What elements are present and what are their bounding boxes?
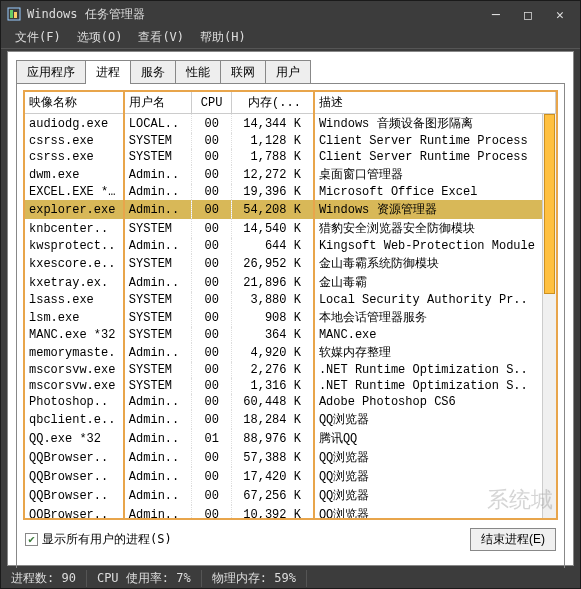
cell-cpu: 00 bbox=[192, 308, 232, 327]
cell-name: mscorsvw.exe bbox=[25, 362, 124, 378]
cell-user: Admin.. bbox=[124, 394, 192, 410]
tab-processes[interactable]: 进程 bbox=[85, 60, 131, 84]
cell-name: Photoshop.. bbox=[25, 394, 124, 410]
cell-cpu: 00 bbox=[192, 467, 232, 486]
table-row[interactable]: knbcenter..SYSTEM0014,540 K猎豹安全浏览器安全防御模块 bbox=[25, 219, 556, 238]
task-manager-window: Windows 任务管理器 ─ □ ✕ 文件(F) 选项(O) 查看(V) 帮助… bbox=[0, 0, 581, 589]
col-header-cpu[interactable]: CPU bbox=[192, 92, 232, 114]
table-row[interactable]: qbclient.e..Admin..0018,284 KQQ浏览器 bbox=[25, 410, 556, 429]
cell-desc: Windows 资源管理器 bbox=[314, 200, 556, 219]
menu-file[interactable]: 文件(F) bbox=[7, 27, 69, 48]
cell-desc: Client Server Runtime Process bbox=[314, 149, 556, 165]
table-row[interactable]: csrss.exeSYSTEM001,788 KClient Server Ru… bbox=[25, 149, 556, 165]
cell-user: Admin.. bbox=[124, 200, 192, 219]
col-header-image[interactable]: 映像名称 bbox=[25, 92, 124, 114]
cell-desc: QQ浏览器 bbox=[314, 448, 556, 467]
close-button[interactable]: ✕ bbox=[550, 5, 570, 23]
cell-desc: .NET Runtime Optimization S.. bbox=[314, 362, 556, 378]
menu-view[interactable]: 查看(V) bbox=[130, 27, 192, 48]
table-row[interactable]: audiodg.exeLOCAL..0014,344 KWindows 音频设备… bbox=[25, 114, 556, 134]
cell-user: Admin.. bbox=[124, 343, 192, 362]
cell-mem: 21,896 K bbox=[231, 273, 313, 292]
cell-desc: Windows 音频设备图形隔离 bbox=[314, 114, 556, 134]
tab-networking[interactable]: 联网 bbox=[220, 60, 266, 84]
cell-desc: QQ浏览器 bbox=[314, 486, 556, 505]
cell-mem: 17,420 K bbox=[231, 467, 313, 486]
table-row[interactable]: dwm.exeAdmin..0012,272 K桌面窗口管理器 bbox=[25, 165, 556, 184]
process-table: 映像名称 用户名 CPU 内存(... 描述 audiodg.exeLOCAL.… bbox=[25, 92, 556, 520]
cell-user: Admin.. bbox=[124, 238, 192, 254]
cell-user: Admin.. bbox=[124, 184, 192, 200]
table-row[interactable]: lsm.exeSYSTEM00908 K本地会话管理器服务 bbox=[25, 308, 556, 327]
table-row[interactable]: kxescore.e..SYSTEM0026,952 K金山毒霸系统防御模块 bbox=[25, 254, 556, 273]
table-row[interactable]: kxetray.ex.Admin..0021,896 K金山毒霸 bbox=[25, 273, 556, 292]
table-row[interactable]: QQBrowser..Admin..0017,420 KQQ浏览器 bbox=[25, 467, 556, 486]
checkbox-label: 显示所有用户的进程(S) bbox=[42, 531, 172, 548]
maximize-button[interactable]: □ bbox=[518, 5, 538, 23]
process-table-container: 映像名称 用户名 CPU 内存(... 描述 audiodg.exeLOCAL.… bbox=[23, 90, 558, 520]
cell-mem: 908 K bbox=[231, 308, 313, 327]
table-row[interactable]: memorymaste.Admin..004,920 K软媒内存整理 bbox=[25, 343, 556, 362]
cell-desc: 桌面窗口管理器 bbox=[314, 165, 556, 184]
titlebar[interactable]: Windows 任务管理器 ─ □ ✕ bbox=[1, 1, 580, 27]
table-row[interactable]: Photoshop..Admin..0060,448 KAdobe Photos… bbox=[25, 394, 556, 410]
cell-cpu: 00 bbox=[192, 238, 232, 254]
table-row[interactable]: mscorsvw.exeSYSTEM002,276 K.NET Runtime … bbox=[25, 362, 556, 378]
app-icon bbox=[7, 7, 21, 21]
table-row[interactable]: EXCEL.EXE *32Admin..0019,396 KMicrosoft … bbox=[25, 184, 556, 200]
menu-help[interactable]: 帮助(H) bbox=[192, 27, 254, 48]
cell-cpu: 00 bbox=[192, 410, 232, 429]
col-header-memory[interactable]: 内存(... bbox=[231, 92, 313, 114]
show-all-users-checkbox[interactable]: ✔ 显示所有用户的进程(S) bbox=[25, 531, 172, 548]
col-header-user[interactable]: 用户名 bbox=[124, 92, 192, 114]
cell-name: kxescore.e.. bbox=[25, 254, 124, 273]
table-row[interactable]: QQ.exe *32Admin..0188,976 K腾讯QQ bbox=[25, 429, 556, 448]
minimize-button[interactable]: ─ bbox=[486, 5, 506, 23]
scrollbar-thumb[interactable] bbox=[544, 114, 555, 294]
cell-desc: Microsoft Office Excel bbox=[314, 184, 556, 200]
tab-applications[interactable]: 应用程序 bbox=[16, 60, 86, 84]
cell-mem: 644 K bbox=[231, 238, 313, 254]
table-row[interactable]: csrss.exeSYSTEM001,128 KClient Server Ru… bbox=[25, 133, 556, 149]
cell-cpu: 00 bbox=[192, 486, 232, 505]
table-row[interactable]: MANC.exe *32SYSTEM00364 KMANC.exe bbox=[25, 327, 556, 343]
cell-name: QQBrowser.. bbox=[25, 505, 124, 520]
cell-user: LOCAL.. bbox=[124, 114, 192, 134]
cell-user: Admin.. bbox=[124, 410, 192, 429]
cell-desc: QQ浏览器 bbox=[314, 505, 556, 520]
cell-cpu: 00 bbox=[192, 505, 232, 520]
cell-name: kwsprotect.. bbox=[25, 238, 124, 254]
end-process-button[interactable]: 结束进程(E) bbox=[470, 528, 556, 551]
cell-mem: 54,208 K bbox=[231, 200, 313, 219]
cell-desc: Local Security Authority Pr.. bbox=[314, 292, 556, 308]
tab-performance[interactable]: 性能 bbox=[175, 60, 221, 84]
panel-bottom-row: ✔ 显示所有用户的进程(S) 结束进程(E) bbox=[23, 528, 558, 551]
menubar: 文件(F) 选项(O) 查看(V) 帮助(H) bbox=[1, 27, 580, 49]
cell-desc: QQ浏览器 bbox=[314, 467, 556, 486]
tab-users[interactable]: 用户 bbox=[265, 60, 311, 84]
cell-user: Admin.. bbox=[124, 429, 192, 448]
vertical-scrollbar[interactable] bbox=[542, 114, 556, 518]
statusbar: 进程数: 90 CPU 使用率: 7% 物理内存: 59% bbox=[1, 568, 580, 588]
table-row[interactable]: kwsprotect..Admin..00644 KKingsoft Web-P… bbox=[25, 238, 556, 254]
table-row[interactable]: QQBrowser..Admin..0010,392 KQQ浏览器 bbox=[25, 505, 556, 520]
table-row[interactable]: QQBrowser..Admin..0057,388 KQQ浏览器 bbox=[25, 448, 556, 467]
cell-user: Admin.. bbox=[124, 448, 192, 467]
menu-options[interactable]: 选项(O) bbox=[69, 27, 131, 48]
cell-name: dwm.exe bbox=[25, 165, 124, 184]
cell-cpu: 00 bbox=[192, 394, 232, 410]
table-row[interactable]: explorer.exeAdmin..0054,208 KWindows 资源管… bbox=[25, 200, 556, 219]
cell-name: audiodg.exe bbox=[25, 114, 124, 134]
table-row[interactable]: QQBrowser..Admin..0067,256 KQQ浏览器 bbox=[25, 486, 556, 505]
cell-desc: 腾讯QQ bbox=[314, 429, 556, 448]
tab-services[interactable]: 服务 bbox=[130, 60, 176, 84]
cell-name: QQ.exe *32 bbox=[25, 429, 124, 448]
table-row[interactable]: mscorsvw.exeSYSTEM001,316 K.NET Runtime … bbox=[25, 378, 556, 394]
cell-name: csrss.exe bbox=[25, 149, 124, 165]
col-header-description[interactable]: 描述 bbox=[314, 92, 556, 114]
table-row[interactable]: lsass.exeSYSTEM003,880 KLocal Security A… bbox=[25, 292, 556, 308]
cell-cpu: 00 bbox=[192, 184, 232, 200]
cell-user: SYSTEM bbox=[124, 254, 192, 273]
cell-mem: 88,976 K bbox=[231, 429, 313, 448]
cell-desc: 本地会话管理器服务 bbox=[314, 308, 556, 327]
